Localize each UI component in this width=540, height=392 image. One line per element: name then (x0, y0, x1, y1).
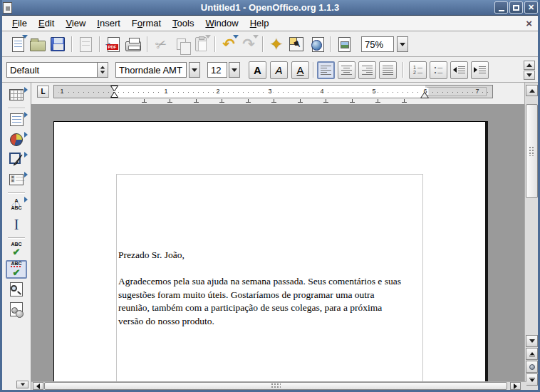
stylist-icon (289, 37, 303, 51)
spellcheck-button[interactable]: ABC ✔ (6, 240, 27, 259)
menu-window[interactable]: Window (199, 16, 244, 30)
print-icon (125, 41, 141, 51)
zoom-dropdown-button[interactable] (397, 36, 408, 52)
toolbar-scroll-down-button[interactable] (524, 71, 535, 80)
menu-insert[interactable]: Insert (91, 16, 126, 30)
menu-tools[interactable]: Tools (167, 16, 199, 30)
align-right-button[interactable] (358, 61, 376, 79)
text-area[interactable]: Prezado Sr. João, Agradecemos pela sua a… (116, 174, 423, 381)
cut-button[interactable]: ✂ (151, 34, 171, 54)
increase-indent-icon (474, 66, 486, 73)
data-sources-button[interactable] (6, 300, 27, 319)
autospellcheck-button[interactable]: ABC ✔ (6, 260, 27, 279)
numbering-button[interactable]: 1 — 2 — (409, 61, 427, 79)
chevron-right-icon (514, 383, 517, 389)
scroll-up-button[interactable] (526, 85, 538, 96)
font-size-input[interactable]: 12 (207, 62, 227, 78)
navigator-button[interactable]: ✦ (266, 34, 286, 54)
document-page[interactable]: Prezado Sr. João, Agradecemos pela sua a… (53, 121, 488, 381)
copy-button[interactable] (171, 34, 191, 54)
autospellcheck-icon: ABC ✔ (11, 262, 22, 278)
print-button[interactable] (123, 34, 143, 54)
insert-object-button[interactable] (6, 130, 27, 149)
navigation-dot-icon (529, 364, 535, 370)
previous-page-button[interactable] (526, 348, 538, 360)
form-controls-icon: ▣ —— ▣ —— (9, 174, 24, 185)
draw-functions-button[interactable] (6, 150, 27, 169)
font-size-combo: 12 (207, 62, 240, 78)
underline-button[interactable]: A (291, 61, 309, 79)
bullets-button[interactable]: • — • — (430, 61, 447, 79)
font-dropdown-button[interactable] (189, 62, 200, 78)
save-button[interactable] (48, 34, 68, 54)
decrease-indent-button[interactable] (450, 61, 468, 79)
menu-edit[interactable]: Edit (33, 16, 60, 30)
scroll-down-button[interactable] (526, 335, 538, 347)
scroll-left-button[interactable] (33, 382, 43, 390)
horizontal-ruler[interactable]: 1 1 2 3 4 5 6 7 (53, 85, 493, 98)
hyperlink-button[interactable] (306, 34, 326, 54)
chevron-left-icon (36, 383, 40, 389)
next-page-button[interactable] (526, 373, 538, 386)
double-down-icon (530, 379, 534, 382)
chevron-down-icon (529, 339, 535, 343)
export-pdf-button[interactable]: ➜ PDF (103, 34, 123, 54)
vertical-scrollbar-thumb[interactable] (526, 104, 538, 198)
find-button[interactable] (6, 280, 27, 299)
edit-file-button[interactable] (76, 34, 95, 54)
document-line: reunião, também com a participação de se… (118, 301, 422, 315)
style-spinner[interactable] (98, 62, 108, 78)
menu-help[interactable]: Help (244, 16, 275, 30)
menu-file[interactable]: File (6, 16, 33, 30)
menu-bar: File Edit View Insert Format Tools Windo… (2, 16, 538, 31)
close-document-button[interactable]: × (526, 17, 532, 29)
vertical-scrollbar[interactable] (524, 83, 538, 390)
right-indent-marker-icon[interactable] (420, 92, 429, 98)
align-left-button[interactable] (317, 61, 335, 79)
toolbar-separator (8, 108, 25, 108)
undo-button[interactable]: ↶ (219, 34, 239, 54)
horizontal-scrollbar[interactable] (31, 381, 526, 390)
paste-button[interactable] (191, 34, 211, 54)
increase-indent-button[interactable] (471, 61, 489, 79)
document-line: sugestões foram muito úteis. Gostaríamos… (118, 289, 422, 302)
title-bar[interactable]: Untitled1 - OpenOffice.org 1.1.3 ✕ (0, 0, 540, 16)
ruler-number: 4 (318, 88, 325, 95)
minimize-button[interactable] (494, 1, 508, 14)
close-icon: ✕ (528, 3, 534, 12)
direct-cursor-button[interactable]: I (6, 215, 27, 234)
chevron-down-icon (400, 43, 405, 46)
justify-button[interactable] (379, 61, 397, 79)
navigation-button[interactable] (526, 361, 538, 373)
horizontal-scrollbar-thumb[interactable] (44, 382, 507, 390)
align-center-button[interactable] (338, 61, 355, 79)
maximize-button[interactable] (509, 1, 523, 14)
tab-type-button[interactable]: L (37, 86, 49, 98)
form-controls-button[interactable]: ▣ —— ▣ —— (6, 170, 27, 189)
close-button[interactable]: ✕ (524, 1, 538, 14)
menu-format[interactable]: Format (126, 16, 167, 30)
long-click-arrow-icon (24, 87, 28, 93)
open-button[interactable] (28, 34, 48, 54)
insert-button[interactable] (6, 110, 27, 129)
new-document-button[interactable] (8, 34, 28, 54)
scroll-right-button[interactable] (510, 382, 521, 390)
format-toolbar: Default Thorndale AMT 12 A A A 1 — 2 — •… (2, 58, 538, 83)
stylist-button[interactable] (286, 34, 306, 54)
bold-button[interactable]: A (249, 61, 266, 79)
toolbar-scroll-up-button[interactable] (524, 61, 535, 70)
paragraph-style-input[interactable]: Default (6, 62, 98, 78)
italic-button[interactable]: A (270, 61, 288, 79)
menu-view[interactable]: View (60, 16, 91, 30)
gallery-button[interactable] (334, 34, 354, 54)
find-icon (10, 282, 23, 296)
redo-button[interactable]: ↷ (239, 34, 259, 54)
autotext-button[interactable]: A ∕ ∣ ∖ ABC (6, 195, 27, 214)
zoom-input[interactable]: 75% (361, 36, 394, 52)
ruler-number: 7 (474, 88, 480, 95)
size-dropdown-button[interactable] (229, 62, 240, 78)
toolbar-more-button[interactable] (16, 381, 28, 388)
insert-table-button[interactable] (6, 86, 27, 104)
indent-marker-icon[interactable] (110, 86, 118, 98)
font-name-input[interactable]: Thorndale AMT (115, 62, 187, 78)
